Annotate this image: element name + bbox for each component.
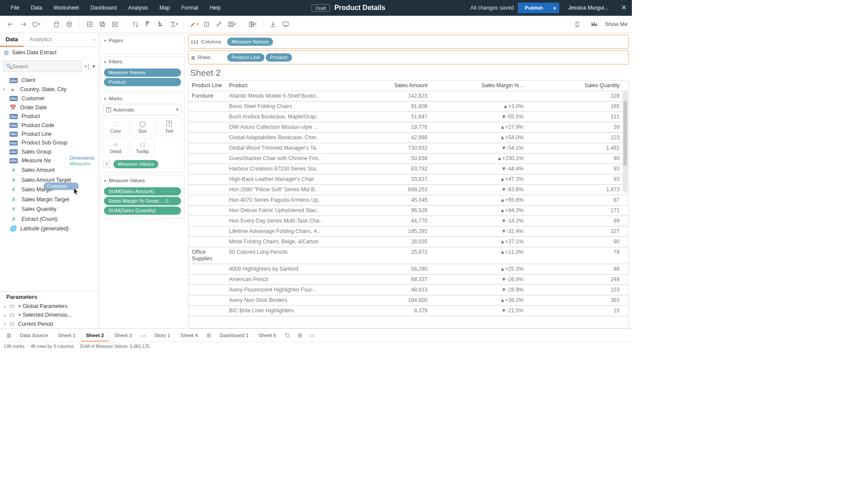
menu-file[interactable]: File [5, 5, 25, 11]
columns-shelf[interactable]: ⫿⫿⫿Columns Measure Names [188, 35, 629, 49]
table-row[interactable]: DMI Arturo Collection Mission-style ..19… [189, 122, 628, 133]
measure-value-pill[interactable]: SUM(Sales Amount) [104, 187, 181, 196]
revert-button[interactable]: ▾ [30, 18, 42, 30]
publish-button[interactable]: Publish ▾ [518, 3, 559, 13]
fields-menu-icon[interactable]: ▾ [92, 63, 95, 69]
marks-detail[interactable]: ⊹Detail [103, 138, 128, 156]
tab-sheet5[interactable]: Sheet 5 [254, 330, 281, 341]
guide-icon[interactable] [571, 18, 584, 30]
marks-text[interactable]: 🅃Text [157, 118, 181, 136]
filter-pill[interactable]: Measure Names [104, 69, 181, 77]
field-measure-na[interactable]: AbcMeasure NaDimensionsMeasures [0, 156, 98, 165]
data-source-row[interactable]: ▥ Sales Data Extract [0, 47, 98, 58]
parameter-item[interactable]: 🗀> Global Parameters [0, 302, 98, 311]
user-name[interactable]: Jessica Murgui... [568, 5, 608, 11]
field-extract-count-[interactable]: #Extract (Count) [0, 214, 98, 224]
download-icon[interactable] [266, 18, 279, 30]
parameter-item[interactable]: 🗀> Selected Dimensio... [0, 311, 98, 319]
table-row[interactable]: Bevis Steel Folding Chairs91,608▲+3.0%16… [189, 102, 628, 112]
table-row[interactable]: Hon 2090 "Pillow Soft" Series Mid B..698… [189, 185, 628, 195]
table-row[interactable]: GuestStacker Chair with Chrome Fini..50,… [189, 154, 628, 164]
tab-story1[interactable]: Story 1 [150, 330, 174, 341]
table-row[interactable]: Global Adaptabilites Bookcase, Cher..42,… [189, 133, 628, 143]
header-product[interactable]: Product [227, 82, 340, 89]
field-sales-amount[interactable]: #Sales Amount [0, 165, 98, 175]
field-sales-quantity[interactable]: #Sales Quantity [0, 204, 98, 214]
table-row[interactable]: Hon Deluxe Fabric Upholstered Stac..96,5… [189, 206, 628, 216]
new-worksheet-tab-icon[interactable]: ⿻ [282, 332, 293, 338]
filter-pill[interactable]: Product [104, 78, 181, 86]
table-row[interactable]: OfficeSupplies50 Colored Long Pencils25,… [189, 247, 628, 264]
new-story-tab-icon[interactable]: ▭ [306, 332, 317, 338]
search-input[interactable]: 🔍 [3, 61, 82, 72]
field-client[interactable]: AbcClient [0, 76, 98, 85]
marks-color[interactable]: ⸬Color [103, 118, 128, 136]
publish-dropdown[interactable]: ▾ [550, 3, 559, 13]
tab-dashboard1[interactable]: Dashboard 1 [215, 330, 253, 341]
duplicate-icon[interactable] [96, 18, 108, 30]
fit-icon[interactable]: ▾ [226, 18, 238, 30]
header-product-line[interactable]: Product Line [189, 82, 227, 89]
sort-desc-icon[interactable] [155, 18, 167, 30]
columns-pill[interactable]: Measure Names [227, 38, 273, 46]
menu-data[interactable]: Data [25, 5, 48, 11]
table-row[interactable]: Lifetime Advantage Folding Chairs, 4..19… [189, 226, 628, 237]
mark-type-select[interactable]: 🅃 Automatic ▾ [103, 104, 182, 115]
show-me-button[interactable]: Show Me [605, 21, 628, 27]
tab-sheet4[interactable]: Sheet 4 [176, 330, 202, 341]
format-icon[interactable] [213, 18, 226, 30]
tab-sheet1[interactable]: Sheet 1 [54, 330, 80, 341]
close-icon[interactable]: ✕ [621, 4, 627, 12]
table-row[interactable]: Avery Non-Stick Binders164,600▲+38.2%363 [189, 295, 628, 306]
field-customer[interactable]: AbcCustomer [0, 94, 98, 103]
present-icon[interactable] [279, 18, 292, 30]
field-sales-margin-target[interactable]: #Sales Margin Target [0, 194, 98, 204]
menu-help[interactable]: Help [204, 5, 227, 11]
field-latitude-generated-[interactable]: 🌐Latitude (generated) [0, 224, 98, 233]
table-row[interactable]: Harbour Creations 67200 Series Sta..63,7… [189, 164, 628, 174]
label-icon[interactable]: T [201, 18, 213, 30]
parameter-item[interactable]: 🗀Current Period [0, 320, 98, 328]
text-encoding-icon[interactable]: T [103, 161, 110, 168]
new-dashboard-tab-icon[interactable]: ⊞ [294, 332, 305, 338]
header-sales-quantity[interactable]: Sales Quantity [533, 82, 628, 89]
field-product-sub-group[interactable]: AbcProduct Sub Group [0, 139, 98, 147]
field-order-date[interactable]: 📅Order Date [0, 103, 98, 112]
sheet-title[interactable]: Sheet 2 [188, 66, 629, 80]
rows-pill[interactable]: Product [266, 53, 292, 62]
field-product-code[interactable]: AbcProduct Code [0, 121, 98, 130]
swap-icon[interactable] [129, 18, 142, 30]
redo-button[interactable] [17, 18, 30, 30]
new-datasource-icon[interactable] [50, 18, 63, 30]
table-row[interactable]: Bush Andora Bookcase, Maple/Grap..51,647… [189, 112, 628, 122]
search-field[interactable] [12, 63, 79, 69]
measure-value-pill[interactable]: SUM(Sales Quantity) [104, 206, 181, 215]
tab-analytics[interactable]: Analytics [24, 33, 58, 46]
table-row[interactable]: Hon Every-Day Series Multi-Task Cha..44,… [189, 216, 628, 226]
tab-data[interactable]: Data [0, 33, 24, 47]
field-product-line[interactable]: AbcProduct Line [0, 130, 98, 138]
rows-pill[interactable]: Product Line [227, 53, 264, 62]
table-row[interactable]: FurnitureAtlantic Metals Mobile 5-Shelf … [189, 91, 628, 102]
data-guide-icon[interactable] [588, 18, 601, 30]
totals-icon[interactable]: ▾ [167, 18, 180, 30]
highlight-icon[interactable]: ▾ [187, 18, 200, 30]
table-row[interactable]: Metal Folding Chairs, Beige, 4/Carton28,… [189, 237, 628, 247]
filter-fields-icon[interactable]: ▿│ [84, 63, 90, 69]
menu-map[interactable]: Map [154, 5, 175, 11]
header-sales-margin[interactable]: Sales Margin % .. [436, 82, 532, 89]
table-row[interactable]: Avery Fluorescent Highlighter Four-..48,… [189, 285, 628, 295]
pause-data-icon[interactable] [63, 18, 76, 30]
sort-asc-icon[interactable] [142, 18, 155, 30]
tab-sheet3[interactable]: Sheet 3 [110, 330, 136, 341]
datasource-tab-icon[interactable]: ▥ [3, 332, 14, 338]
tab-sheet2[interactable]: Sheet 2 [81, 329, 108, 341]
table-row[interactable]: BIC Brite Liner Highlighters8,379▼-21.5%… [189, 306, 628, 316]
table-row[interactable]: Global Wood Trimmed Manager's Ta..730,93… [189, 143, 628, 154]
filters-shelf[interactable]: Filters Measure NamesProduct [101, 56, 185, 91]
measure-value-pill[interactable]: Sales Margin % Growt... ⚠ [104, 197, 181, 206]
clear-sheet-icon[interactable] [108, 18, 121, 30]
undo-button[interactable] [4, 18, 17, 30]
table-row[interactable]: Hon 4070 Series Pagoda Armless Up..45,34… [189, 195, 628, 206]
header-sales-amount[interactable]: Sales Amount [340, 82, 436, 89]
